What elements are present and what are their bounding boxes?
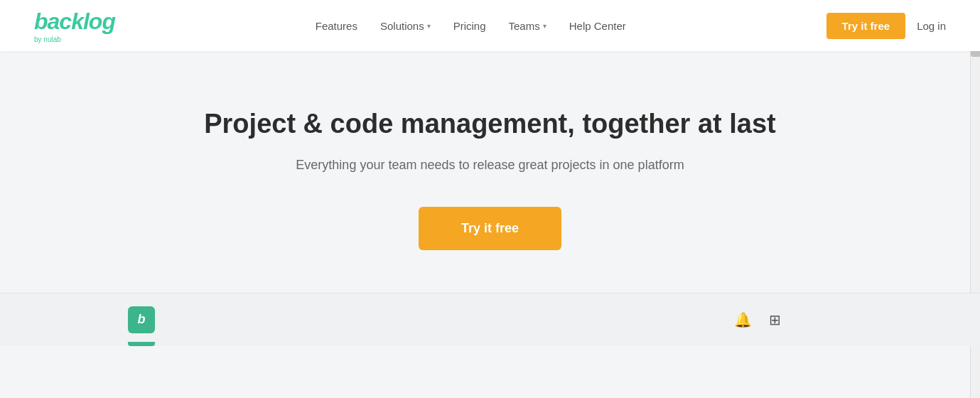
nav-links: Features Solutions ▾ Pricing Teams ▾ Hel… [316,20,626,32]
preview-logo-icon: b [128,306,155,333]
bell-icon[interactable]: 🔔 [734,311,752,328]
logo-byline: by nulab [34,36,61,43]
nav-teams[interactable]: Teams ▾ [509,20,546,32]
try-it-free-hero-button[interactable]: Try it free [419,207,561,250]
hero-subtitle: Everything your team needs to release gr… [296,158,684,173]
chevron-down-icon-teams: ▾ [543,22,546,30]
nav-pricing[interactable]: Pricing [453,20,486,32]
preview-bar: b 🔔 ⊞ [0,293,980,346]
preview-active-indicator [128,342,155,346]
navbar: backlog by nulab Features Solutions ▾ Pr… [0,0,980,51]
nav-help-center[interactable]: Help Center [569,20,626,32]
nav-solutions[interactable]: Solutions ▾ [380,20,431,32]
hero-title: Project & code management, together at l… [204,108,776,141]
nav-features[interactable]: Features [316,20,357,32]
logo: backlog by nulab [34,9,115,43]
try-it-free-nav-button[interactable]: Try it free [826,13,906,39]
hero-section: Project & code management, together at l… [0,51,980,293]
login-link[interactable]: Log in [917,20,946,32]
preview-right-icons: 🔔 ⊞ [734,311,781,328]
logo-text: backlog [34,9,115,35]
chevron-down-icon: ▾ [427,22,431,30]
nav-actions: Try it free Log in [826,13,946,39]
grid-icon[interactable]: ⊞ [769,311,781,328]
